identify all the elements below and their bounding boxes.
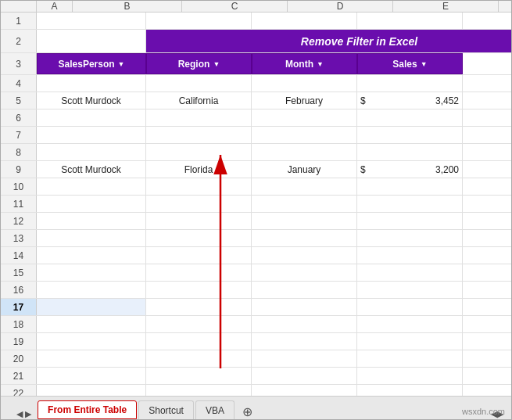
spreadsheet-title: Remove Filter in Excel — [146, 30, 511, 52]
cell-1e — [357, 13, 463, 29]
row-num-7: 7 — [1, 127, 37, 143]
table-row: 4 — [1, 75, 511, 92]
col-header-a: A — [37, 1, 73, 12]
cell-2b — [37, 30, 146, 52]
table-row: 16 — [1, 282, 511, 299]
cell-9b: Scott Murdock — [37, 161, 146, 178]
cell-9d: January — [252, 161, 357, 178]
table-row: 7 — [1, 127, 511, 144]
col-header-b: B — [73, 1, 182, 12]
row-num-3: 3 — [1, 53, 37, 74]
cell-4b — [37, 75, 146, 92]
table-row: 20 — [1, 350, 511, 368]
table-row: 13 — [1, 230, 511, 247]
cell-1c — [146, 13, 252, 29]
table-row: 6 — [1, 109, 511, 127]
col-header-d: D — [288, 1, 393, 12]
table-row: 12 — [1, 213, 511, 230]
table-row: 15 — [1, 264, 511, 282]
table-row: 9 Scott Murdock Florida January $3,200 — [1, 161, 511, 178]
cell-9e: $3,200 — [357, 161, 463, 178]
table-row: 19 — [1, 333, 511, 350]
row-num-4: 4 — [1, 75, 37, 92]
cell-8e — [357, 144, 463, 160]
header-month: Month ▼ — [252, 53, 357, 74]
grid-rows: 1 2 Remove Filter in Excel 3 SalesPerson… — [1, 13, 511, 396]
excel-window: A B C D E 1 2 Remove Filter in Excel — [0, 0, 512, 420]
cell-4e — [357, 75, 463, 92]
cell-4d — [252, 75, 357, 92]
cell-5d: February — [252, 92, 357, 109]
filter-arrow-salesperson[interactable]: ▼ — [118, 60, 125, 68]
row-num-8: 8 — [1, 144, 37, 160]
cell-8b — [37, 144, 146, 160]
header-salesperson: SalesPerson ▼ — [37, 53, 146, 74]
table-row: 10 — [1, 178, 511, 196]
cell-7b — [37, 127, 146, 143]
tab-bar: ◀ ▶ From Entire Table Shortcut VBA ⊕ ◀▶ … — [1, 396, 511, 419]
cell-6e — [357, 109, 463, 126]
table-row: 17 — [1, 299, 511, 316]
header-sales: Sales ▼ — [357, 53, 463, 74]
table-row: 1 — [1, 13, 511, 30]
row-num-5: 5 — [1, 92, 37, 109]
tab-scroll-arrows[interactable]: ◀ ▶ — [16, 409, 31, 419]
cell-4c — [146, 75, 252, 92]
cell-8c — [146, 144, 252, 160]
col-header-c: C — [182, 1, 288, 12]
row-num-9: 9 — [1, 161, 37, 178]
row-num-17: 17 — [1, 299, 37, 315]
watermark: wsxdn.com — [462, 407, 505, 416]
filter-arrow-sales[interactable]: ▼ — [421, 60, 428, 68]
cell-7e — [357, 127, 463, 143]
table-row: 11 — [1, 196, 511, 213]
table-row: 5 Scott Murdock California February $3,4… — [1, 92, 511, 109]
table-row: 8 — [1, 144, 511, 161]
cell-6d — [252, 109, 357, 126]
row-num-2: 2 — [1, 30, 37, 52]
corner-cell — [1, 1, 37, 12]
cell-5e: $3,452 — [357, 92, 463, 109]
header-region: Region ▼ — [146, 53, 252, 74]
cell-1b — [37, 13, 146, 29]
table-header-row: 3 SalesPerson ▼ Region ▼ Month ▼ Sales ▼ — [1, 53, 511, 75]
filter-arrow-region[interactable]: ▼ — [213, 60, 220, 68]
tab-from-entire-table[interactable]: From Entire Table — [38, 400, 137, 419]
cell-1d — [252, 13, 357, 29]
table-row: 18 — [1, 316, 511, 333]
column-headers: A B C D E — [1, 1, 511, 13]
table-row: 14 — [1, 247, 511, 264]
tab-vba[interactable]: VBA — [195, 400, 235, 419]
filter-arrow-month[interactable]: ▼ — [317, 60, 324, 68]
cell-6b — [37, 109, 146, 126]
cell-7c — [146, 127, 252, 143]
cell-6c — [146, 109, 252, 126]
grid-area: A B C D E 1 2 Remove Filter in Excel — [1, 1, 511, 396]
cell-8d — [252, 144, 357, 160]
cell-9c: Florida — [146, 161, 252, 178]
tab-shortcut[interactable]: Shortcut — [138, 400, 194, 419]
cell-5b: Scott Murdock — [37, 92, 146, 109]
title-row: 2 Remove Filter in Excel — [1, 30, 511, 53]
table-row: 21 — [1, 368, 511, 385]
col-header-e: E — [393, 1, 499, 12]
cell-5c: California — [146, 92, 252, 109]
tab-add-button[interactable]: ⊕ — [236, 404, 259, 419]
row-num-6: 6 — [1, 109, 37, 126]
row-num-1: 1 — [1, 13, 37, 29]
table-row: 22 — [1, 385, 511, 396]
cell-7d — [252, 127, 357, 143]
